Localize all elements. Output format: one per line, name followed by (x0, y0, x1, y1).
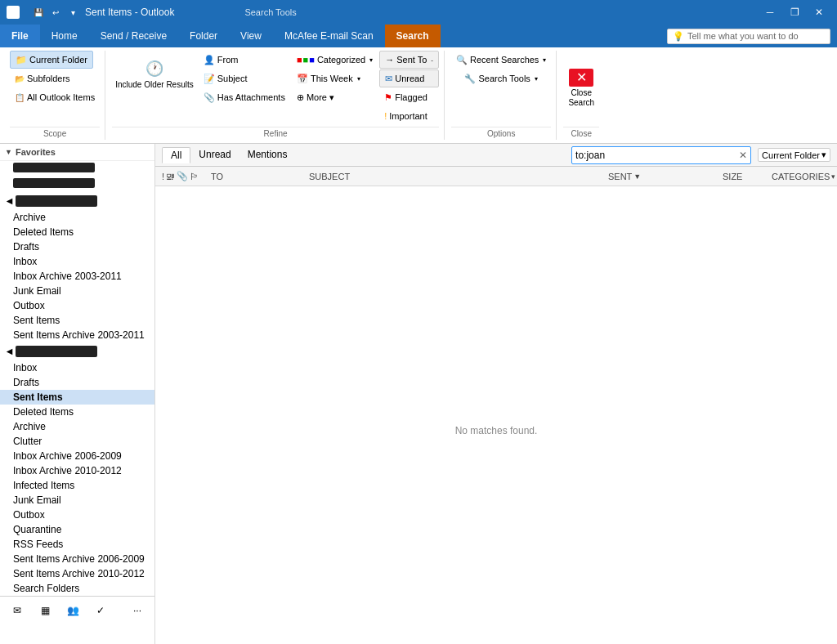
nav-calendar-button[interactable]: ▦ (33, 599, 57, 622)
sidebar-item-rss[interactable]: RSS Feeds (0, 537, 154, 552)
sentto-arrow: - (431, 56, 433, 64)
sent-to-button[interactable]: → Sent To - (379, 51, 439, 69)
older-icon: 🕐 (143, 57, 166, 80)
has-attachments-button[interactable]: 📎 Has Attachments (199, 88, 290, 106)
tools-arrow: ▾ (535, 75, 538, 83)
include-older-button[interactable]: 🕐 Include Older Results (112, 51, 197, 96)
tab-all[interactable]: All (162, 147, 190, 163)
sidebar-item-inbox-archive1[interactable]: Inbox Archive 2003-2011 (0, 269, 154, 284)
thisweek-arrow: ▾ (357, 75, 360, 83)
tab-folder[interactable]: Folder (178, 25, 229, 47)
sidebar-item-quarantine[interactable]: Quarantine (0, 522, 154, 537)
nav-more-button[interactable]: ··· (125, 599, 150, 622)
sidebar-item-infected[interactable]: Infected Items (0, 478, 154, 493)
flagged-button[interactable]: ⚑ Flagged (379, 88, 439, 106)
tasks-icon: ✓ (96, 605, 105, 616)
sidebar-item-archive1[interactable]: Archive (0, 210, 154, 225)
sidebar-item-drafts2[interactable]: Drafts (0, 375, 154, 390)
nav-people-button[interactable]: 👥 (60, 599, 85, 622)
tab-send-receive[interactable]: Send / Receive (89, 25, 178, 47)
restore-button[interactable]: ❐ (783, 4, 806, 20)
sidebar-item-deleted1[interactable]: Deleted Items (0, 225, 154, 239)
sidebar-item-inbox1[interactable] (0, 161, 154, 177)
account2-collapse-icon: ◀ (7, 347, 12, 356)
col-size[interactable]: SIZE (719, 172, 768, 181)
nav-tasks-button[interactable]: ✓ (88, 599, 113, 622)
sidebar-item-inbox2[interactable] (0, 177, 154, 192)
this-week-button[interactable]: 📅 This Week ▾ (292, 69, 378, 87)
tab-mcafee[interactable]: McAfee E-mail Scan (273, 25, 385, 47)
all-outlook-items-button[interactable]: 📋 All Outlook Items (10, 88, 100, 106)
tab-home[interactable]: Home (40, 25, 89, 47)
sidebar-item-sent1[interactable]: Sent Items (0, 313, 154, 328)
tab-file[interactable]: File (0, 25, 40, 47)
col-categories[interactable]: CATEGORIES ▾ (768, 172, 834, 181)
current-folder-button[interactable]: 📁 Current Folder (10, 51, 93, 69)
sidebar-item-inbox1a[interactable]: Inbox (0, 254, 154, 269)
refine-group-label: Refine (112, 127, 439, 140)
unread-icon: ✉ (385, 74, 392, 84)
sidebar-item-sent-archive2b[interactable]: Sent Items Archive 2010-2012 (0, 566, 154, 581)
inbox2-label (13, 178, 95, 188)
sidebar-item-sent-archive2a[interactable]: Sent Items Archive 2006-2009 (0, 552, 154, 566)
ribbon-group-options: 🔍 Recent Searches ▾ 🔧 Search Tools ▾ Opt… (446, 51, 557, 140)
close-button[interactable]: ✕ (808, 4, 830, 20)
sidebar-item-outbox2[interactable]: Outbox (0, 508, 154, 522)
sidebar-item-archive2[interactable]: Archive (0, 419, 154, 434)
nav-mail-button[interactable]: ✉ (5, 599, 29, 622)
no-matches-message: No matches found. (155, 186, 837, 644)
sidebar-item-junk1[interactable]: Junk Email (0, 284, 154, 298)
search-input[interactable] (572, 150, 736, 161)
favorites-collapse-icon[interactable]: ▼ (5, 148, 12, 156)
sidebar-item-sent-archive1[interactable]: Sent Items Archive 2003-2011 (0, 328, 154, 342)
icon-col3: 📎 (177, 171, 188, 181)
sidebar-item-inbox-archive2b[interactable]: Inbox Archive 2010-2012 (0, 463, 154, 478)
search-clear-button[interactable]: ✕ (736, 150, 750, 161)
sidebar-item-clutter[interactable]: Clutter (0, 434, 154, 449)
search-tab-bar: All Unread Mentions ✕ Current Folder ▾ (155, 144, 837, 167)
sidebar-item-junk2[interactable]: Junk Email (0, 493, 154, 508)
from-icon: 👤 (204, 55, 215, 65)
more-nav-icon: ··· (133, 605, 141, 616)
subfolders-button[interactable]: 📂 Subfolders (10, 69, 75, 87)
col-sent[interactable]: SENT ▼ (605, 172, 719, 181)
minimize-button[interactable]: ─ (759, 4, 781, 20)
search-tools-label: Search Tools (244, 7, 296, 17)
calendar-icon: 📅 (297, 74, 308, 84)
tab-unread[interactable]: Unread (190, 147, 239, 163)
sidebar-item-sent2[interactable]: Sent Items (0, 390, 154, 405)
sidebar-item-outbox1[interactable]: Outbox (0, 298, 154, 313)
col-subject[interactable]: SUBJECT (306, 172, 605, 181)
qa-dropdown[interactable]: ▾ (65, 5, 80, 20)
col-importance[interactable]: ! 🖳 📎 🏳 (159, 171, 208, 181)
close-search-button[interactable]: ✕ CloseSearch (563, 65, 599, 111)
flag-icon: ⚑ (384, 92, 392, 103)
categories-filter-icon[interactable]: ▾ (831, 172, 835, 181)
more-button[interactable]: ⊕ More ▾ (292, 88, 378, 106)
sidebar-item-inbox2a[interactable]: Inbox (0, 360, 154, 375)
col-to[interactable]: TO (208, 172, 306, 181)
tab-search[interactable]: Search (385, 25, 441, 47)
sidebar-item-drafts1[interactable]: Drafts (0, 239, 154, 254)
tab-view[interactable]: View (229, 25, 273, 47)
recent-searches-button[interactable]: 🔍 Recent Searches ▾ (451, 51, 551, 69)
sidebar-item-deleted2[interactable]: Deleted Items (0, 405, 154, 419)
search-tools-button[interactable]: 🔧 Search Tools ▾ (459, 69, 542, 87)
qa-save[interactable]: 💾 (31, 5, 46, 20)
tab-mentions[interactable]: Mentions (239, 147, 296, 163)
qa-undo[interactable]: ↩ (48, 5, 63, 20)
window-title: Sent Items - Outlook (85, 7, 174, 18)
unread-button[interactable]: ✉ Unread (379, 69, 439, 87)
categorized-button[interactable]: ■■■ Categorized ▾ (292, 51, 378, 69)
account1-collapse-icon: ◀ (7, 197, 12, 205)
subject-button[interactable]: 📝 Subject (199, 69, 290, 87)
quick-access-toolbar: 💾 ↩ ▾ (31, 5, 80, 20)
sidebar-item-inbox-archive2a[interactable]: Inbox Archive 2006-2009 (0, 449, 154, 463)
from-button[interactable]: 👤 From (199, 51, 290, 69)
sidebar-account2[interactable]: ◀ (0, 342, 154, 360)
important-button[interactable]: ! Important (379, 107, 439, 125)
sidebar-account1[interactable]: ◀ (0, 192, 154, 210)
sidebar-item-search-folders[interactable]: Search Folders (0, 581, 154, 596)
tell-me-input[interactable]: 💡 Tell me what you want to do (667, 29, 830, 44)
scope-dropdown[interactable]: Current Folder ▾ (758, 148, 830, 162)
